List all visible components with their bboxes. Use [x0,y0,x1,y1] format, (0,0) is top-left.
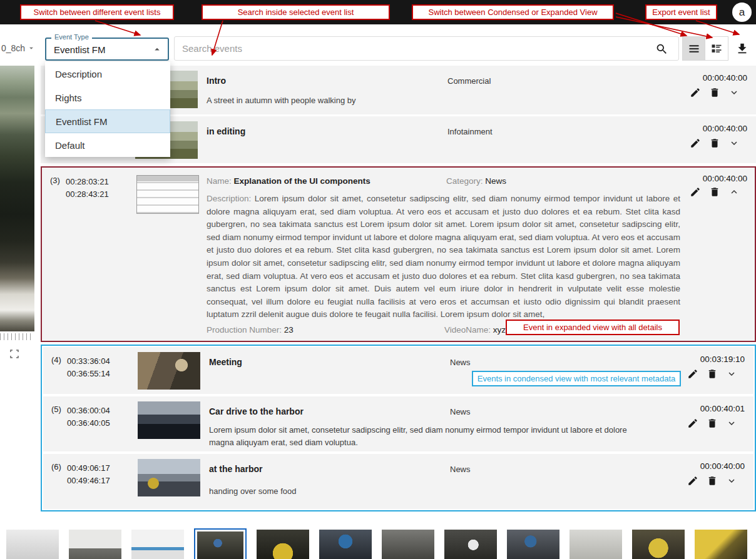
event-actions [687,368,737,380]
filmstrip-thumbnail[interactable] [507,530,559,559]
delete-button[interactable] [709,87,720,98]
event-category: News [485,176,506,186]
user-avatar[interactable]: a [732,3,752,22]
condensed-view-group: (4) 00:33:36:04 00:36:55:14 Meeting News… [41,345,756,511]
edit-button[interactable] [690,186,701,198]
event-timecode-out: 00:49:46:17 [67,475,110,487]
filmstrip-thumbnail[interactable] [695,530,747,559]
expand-button[interactable] [726,368,737,380]
event-description-block: Description: Lorem ipsum dolor sit amet,… [207,193,680,321]
condensed-view-annotation: Events in condensed view with most relev… [472,371,681,386]
event-name-line: Name: Explanation of the UI components [207,176,370,186]
expanded-view-annotation: Event in expanded view with all details [506,320,680,335]
delete-button[interactable] [707,475,718,486]
event-thumbnail [138,401,200,439]
condensed-view-button[interactable] [682,36,705,61]
production-number-line: Production Number: 23 [207,325,294,335]
filmstrip-thumbnail[interactable] [382,530,434,559]
event-actions [687,475,737,486]
filmstrip-thumbnail[interactable] [570,530,622,559]
edit-button[interactable] [687,368,698,380]
condensed-view-icon [688,43,700,55]
fullscreen-button[interactable] [8,348,21,361]
search-icon[interactable] [655,43,668,56]
download-icon [735,42,749,56]
event-timecodes: 00:36:00:04 00:36:40:05 [67,405,110,430]
fullscreen-icon [9,348,20,360]
delete-button[interactable] [707,368,718,380]
trash-icon [709,87,720,98]
event-index: (3) [50,176,60,185]
event-row-5[interactable]: (5) 00:36:00:04 00:36:40:05 Car drive to… [43,396,753,451]
event-row-3-expanded[interactable]: (3) 00:28:03:21 00:28:43:21 Name: Explan… [41,166,756,342]
event-list-app: Switch between different event lists Sea… [0,0,756,559]
event-timecode-in: 00:33:36:04 [67,355,110,368]
event-timecode-in: 00:36:00:04 [67,405,110,417]
filmstrip-thumbnail[interactable] [319,530,372,559]
collapse-button[interactable] [728,186,740,198]
event-thumbnail [138,352,200,390]
event-category: News [450,358,471,367]
event-thumbnail [136,175,199,214]
filmstrip [0,528,756,559]
event-title: in editing [207,126,245,136]
event-row-6[interactable]: (6) 00:49:06:17 00:49:46:17 at the harbo… [43,454,753,509]
search-input[interactable] [175,37,678,60]
chevron-down-icon [726,418,737,429]
event-type-dropdown-menu: Description Rights Eventlist FM Default [45,62,170,157]
trash-icon [707,418,718,429]
filmstrip-thumbnail[interactable] [131,530,184,559]
export-event-list-button[interactable] [732,38,752,59]
callout-text: Switch between different event lists [34,8,161,17]
event-thumbnail [138,459,200,496]
edit-button[interactable] [690,87,701,98]
expand-button[interactable] [726,475,737,486]
delete-button[interactable] [709,186,720,198]
edit-button[interactable] [687,418,698,429]
filmstrip-thumbnail[interactable] [69,530,121,559]
callout-text: Export event list [652,8,710,17]
video-name-value: xyz [493,325,506,335]
event-title: Intro [207,76,226,86]
expanded-view-button[interactable] [705,36,728,61]
event-title: Meeting [209,357,242,367]
dropdown-option-default[interactable]: Default [45,133,170,157]
filmstrip-thumbnail[interactable] [444,530,497,559]
filmstrip-thumbnail[interactable] [632,530,685,559]
filmstrip-thumbnail[interactable] [6,530,59,559]
event-category: News [450,465,471,474]
event-title: at the harbor [209,464,263,474]
event-row-4[interactable]: (4) 00:33:36:04 00:36:55:14 Meeting News… [43,347,753,394]
callout-switch-event-lists: Switch between different event lists [20,4,174,20]
pencil-icon [690,186,701,198]
expand-button[interactable] [726,418,737,429]
video-name-line: VideoName: xyz [444,325,506,335]
dropdown-option-eventlist-fm[interactable]: Eventlist FM [45,109,170,133]
event-category-line: Category: News [446,176,506,186]
event-timecodes: 00:28:03:21 00:28:43:21 [66,176,109,201]
event-duration: 00:00:40:00 [703,124,747,133]
clip-selector-dropdown[interactable]: 0_8ch [1,43,36,53]
trash-icon [709,138,720,149]
edit-button[interactable] [690,138,701,149]
view-toggle-group [682,36,728,61]
event-type-select[interactable]: Event Type Eventlist FM [45,38,169,61]
filmstrip-thumbnail[interactable] [257,530,309,559]
event-timecodes: 00:49:06:17 00:49:46:17 [67,462,110,487]
dropdown-option-rights[interactable]: Rights [45,86,170,109]
expand-button[interactable] [728,87,740,98]
production-number-value: 23 [284,325,294,335]
event-duration: 00:03:19:10 [700,355,745,364]
delete-button[interactable] [709,138,720,149]
event-actions [690,186,740,198]
filmstrip-thumbnail-selected[interactable] [194,528,247,559]
edit-button[interactable] [687,475,698,486]
delete-button[interactable] [707,418,718,429]
timeline-ruler [0,333,33,340]
event-actions [690,87,740,98]
production-number-label: Production Number: [207,325,282,335]
expand-button[interactable] [728,138,740,149]
event-actions [690,138,740,149]
annotation-text: Events in condensed view with most relev… [478,374,676,383]
dropdown-option-description[interactable]: Description [45,62,170,86]
